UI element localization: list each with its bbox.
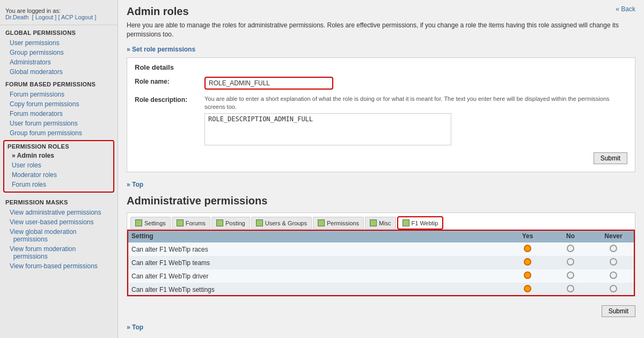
role-description-hint: You are able to enter a short explanatio… <box>204 95 627 112</box>
submit-button-1[interactable]: Submit <box>594 152 627 164</box>
tab-posting[interactable]: Posting <box>211 217 250 229</box>
tab-forums-checkbox <box>177 219 184 226</box>
role-name-row: Role name: <box>135 77 627 90</box>
logged-in-label: You are logged in as: <box>5 8 61 14</box>
table-row: Can alter F1 WebTip races <box>127 243 635 256</box>
sidebar-item-group-forum-permissions[interactable]: Group forum permissions <box>0 128 118 138</box>
sidebar-item-group-permissions[interactable]: Group permissions <box>0 48 118 57</box>
radio-yes-icon[interactable] <box>524 245 531 252</box>
sidebar-item-forum-permissions[interactable]: Forum permissions <box>0 90 118 99</box>
radio-yes-icon[interactable] <box>524 271 531 279</box>
forum-permissions-title: FORUM BASED PERMISSIONS <box>0 77 118 90</box>
tab-permissions-checkbox <box>318 219 325 226</box>
radio-never-icon[interactable] <box>610 258 617 266</box>
tab-f1-webtip-label: F1 Webtip <box>412 220 438 226</box>
acp-logout-link[interactable]: [ ACP Logout ] <box>58 14 96 20</box>
role-description-textarea[interactable]: ROLE_DESCRIPTION_ADMIN_FULL <box>204 113 451 145</box>
page-description: Here you are able to manage the roles fo… <box>127 21 635 39</box>
sidebar-item-view-forum-mod-perms[interactable]: View forum moderation permissions <box>0 244 118 261</box>
perm-never-cell <box>592 269 635 283</box>
role-description-label: Role description: <box>135 95 204 104</box>
role-name-content <box>204 77 627 90</box>
sidebar: You are logged in as: Dr.Death [ Logout … <box>0 0 118 338</box>
tab-settings-label: Settings <box>144 220 166 226</box>
tab-f1-webtip-checkbox <box>402 219 409 226</box>
perm-never-cell <box>592 256 635 269</box>
perm-no-cell <box>549 283 592 296</box>
tab-users-groups[interactable]: Users & Groups <box>251 217 312 229</box>
sidebar-item-user-forum-permissions[interactable]: User forum permissions <box>0 119 118 128</box>
sidebar-item-view-admin-perms[interactable]: View administrative permissions <box>0 208 118 217</box>
sidebar-item-administrators[interactable]: Administrators <box>0 57 118 67</box>
tab-users-groups-label: Users & Groups <box>265 220 307 226</box>
radio-no-icon[interactable] <box>567 271 574 279</box>
submit-button-2[interactable]: Submit <box>602 305 635 317</box>
sidebar-item-user-roles[interactable]: User roles <box>8 160 110 170</box>
role-details-title: Role details <box>135 63 627 71</box>
tab-misc-checkbox <box>370 219 377 226</box>
tab-users-groups-checkbox <box>256 219 263 226</box>
col-yes-header: Yes <box>506 230 549 243</box>
global-permissions-title: GLOBAL PERMISSIONS <box>0 25 118 38</box>
tab-forums[interactable]: Forums <box>172 217 210 229</box>
permissions-table: Setting Yes No Never Can alter F1 WebTip… <box>127 230 635 296</box>
tab-posting-label: Posting <box>225 220 245 226</box>
col-never-header: Never <box>592 230 635 243</box>
page-title: Admin roles <box>127 5 189 18</box>
back-link[interactable]: « Back <box>616 5 635 13</box>
radio-yes-icon[interactable] <box>524 258 531 266</box>
sidebar-item-global-moderators[interactable]: Global moderators <box>0 67 118 77</box>
set-role-permissions-link[interactable]: » Set role permissions <box>127 46 195 53</box>
perm-no-cell <box>549 256 592 269</box>
main-content: Admin roles « Back Here you are able to … <box>118 0 644 338</box>
tab-f1-webtip[interactable]: F1 Webtip <box>397 216 444 230</box>
role-name-label: Role name: <box>135 77 204 85</box>
page-header: Admin roles « Back <box>127 5 635 18</box>
sidebar-item-forum-roles[interactable]: Forum roles <box>8 180 110 189</box>
radio-never-icon[interactable] <box>610 245 617 252</box>
sidebar-item-user-permissions[interactable]: User permissions <box>0 38 118 48</box>
top-link-2[interactable]: » Top <box>127 324 143 331</box>
bottom-submit-row: Submit <box>127 302 635 320</box>
perm-yes-cell <box>506 269 549 283</box>
table-row: Can alter F1 WebTip driver <box>127 269 635 283</box>
perm-no-cell <box>549 243 592 256</box>
top-link-1[interactable]: » Top <box>127 181 143 188</box>
tab-permissions[interactable]: Permissions <box>313 217 364 229</box>
tab-misc[interactable]: Misc <box>365 217 396 229</box>
perm-label: Can alter F1 WebTip driver <box>127 269 506 283</box>
sidebar-item-view-global-mod-perms[interactable]: View global moderation permissions <box>0 227 118 244</box>
permissions-table-wrapper: Setting Yes No Never Can alter F1 WebTip… <box>127 230 635 296</box>
role-details-box: Role details Role name: Role description… <box>127 57 635 173</box>
sidebar-item-admin-roles[interactable]: » Admin roles <box>8 151 110 160</box>
admin-permissions-title: Administrative permissions <box>127 195 635 207</box>
radio-never-icon[interactable] <box>610 271 617 279</box>
tab-posting-checkbox <box>216 219 223 226</box>
role-description-content: You are able to enter a short explanatio… <box>204 95 627 148</box>
radio-no-icon[interactable] <box>567 258 574 266</box>
role-description-row: Role description: You are able to enter … <box>135 95 627 148</box>
perm-yes-cell <box>506 256 549 269</box>
tab-settings[interactable]: Settings <box>130 217 171 229</box>
tab-forums-label: Forums <box>186 220 206 226</box>
sidebar-item-copy-forum-permissions[interactable]: Copy forum permissions <box>0 99 118 109</box>
sidebar-item-view-user-perms[interactable]: View user-based permissions <box>0 217 118 227</box>
sidebar-item-forum-moderators[interactable]: Forum moderators <box>0 109 118 119</box>
perm-label: Can alter F1 WebTip teams <box>127 256 506 269</box>
col-setting-header: Setting <box>127 230 506 243</box>
radio-never-icon[interactable] <box>610 285 617 292</box>
permission-roles-section: PERMISSION ROLES » Admin roles User role… <box>3 140 114 193</box>
radio-yes-icon[interactable] <box>524 285 531 292</box>
permission-roles-title: PERMISSION ROLES <box>8 143 110 151</box>
role-name-input[interactable] <box>204 77 333 90</box>
radio-no-icon[interactable] <box>567 285 574 292</box>
username-link[interactable]: Dr.Death <box>5 14 28 20</box>
sidebar-item-moderator-roles[interactable]: Moderator roles <box>8 170 110 180</box>
logout-link[interactable]: [ Logout ] <box>32 14 57 20</box>
radio-no-icon[interactable] <box>567 245 574 252</box>
sidebar-item-view-forum-based-perms[interactable]: View forum-based permissions <box>0 261 118 271</box>
perm-yes-cell <box>506 243 549 256</box>
table-row: Can alter F1 WebTip teams <box>127 256 635 269</box>
submit-row-1: Submit <box>135 152 627 164</box>
tab-settings-checkbox <box>135 219 142 226</box>
